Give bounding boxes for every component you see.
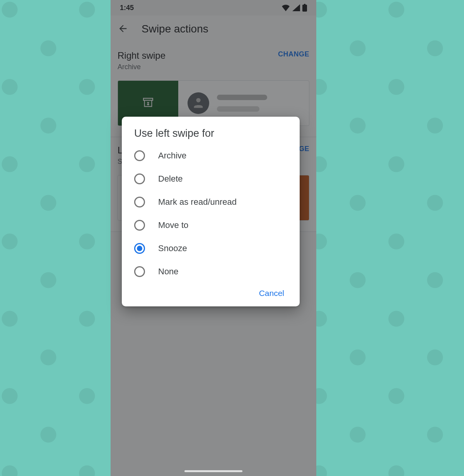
option-archive[interactable]: Archive — [122, 144, 300, 167]
cancel-button[interactable]: Cancel — [259, 289, 284, 298]
option-move-to[interactable]: Move to — [122, 214, 300, 237]
dialog-title: Use left swipe for — [122, 128, 300, 144]
radio-icon — [134, 266, 145, 277]
option-label: Move to — [158, 220, 188, 230]
option-label: Delete — [158, 174, 183, 184]
radio-icon-selected — [134, 243, 145, 254]
radio-icon — [134, 173, 145, 184]
option-none[interactable]: None — [122, 260, 300, 283]
radio-icon — [134, 150, 145, 161]
left-swipe-action-dialog: Use left swipe for Archive Delete Mark a… — [122, 117, 300, 306]
option-label: Snooze — [158, 243, 187, 253]
option-mark-read-unread[interactable]: Mark as read/unread — [122, 190, 300, 214]
option-label: Mark as read/unread — [158, 197, 237, 207]
radio-icon — [134, 220, 145, 231]
option-label: Archive — [158, 151, 186, 161]
option-label: None — [158, 267, 179, 277]
gesture-nav-bar — [184, 470, 242, 472]
option-delete[interactable]: Delete — [122, 167, 300, 190]
dialog-option-list: Archive Delete Mark as read/unread Move … — [122, 144, 300, 283]
option-snooze[interactable]: Snooze — [122, 237, 300, 260]
radio-icon — [134, 197, 145, 207]
